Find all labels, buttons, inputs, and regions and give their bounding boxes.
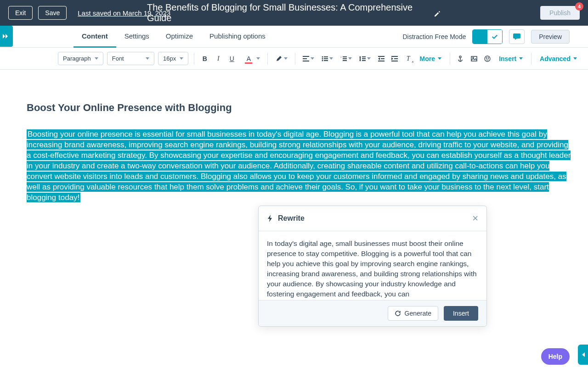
- svg-rect-10: [343, 58, 347, 59]
- svg-point-22: [459, 56, 461, 58]
- emoji-icon[interactable]: [483, 52, 492, 65]
- bullet-list-picker[interactable]: [320, 56, 335, 61]
- line-height-picker[interactable]: [357, 56, 373, 62]
- text-color-picker[interactable]: A: [240, 52, 262, 65]
- content-heading[interactable]: Boost Your Online Presence with Blogging: [27, 102, 574, 114]
- svg-rect-0: [303, 56, 309, 57]
- caret-icon: [146, 57, 149, 60]
- align-picker[interactable]: [301, 56, 316, 61]
- advanced-dropdown[interactable]: Advanced: [537, 55, 580, 62]
- pencil-icon[interactable]: [434, 9, 441, 17]
- preview-button[interactable]: Preview: [531, 30, 570, 44]
- close-icon[interactable]: ×: [472, 212, 478, 224]
- font-size-select[interactable]: 16px: [158, 52, 188, 65]
- svg-rect-17: [381, 58, 384, 59]
- insert-dropdown[interactable]: Insert: [496, 55, 526, 62]
- separator: [194, 53, 194, 65]
- svg-point-3: [322, 56, 323, 57]
- tab-publishing[interactable]: Publishing options: [201, 26, 274, 48]
- content-body[interactable]: Boosting your online presence is essenti…: [27, 129, 574, 203]
- line-height-icon: [359, 56, 366, 62]
- caret-icon: [180, 57, 183, 60]
- rewrite-header: Rewrite ×: [259, 206, 486, 231]
- bullet-list-icon: [322, 56, 328, 61]
- italic-icon[interactable]: I: [214, 52, 223, 65]
- help-button[interactable]: Help: [541, 348, 570, 365]
- side-collapse-tab[interactable]: [578, 345, 588, 365]
- separator: [531, 53, 531, 65]
- separator: [450, 53, 450, 65]
- publish-wrap: Publish 4: [540, 6, 580, 20]
- page-title: The Benefits of Blogging for Small Busin…: [147, 2, 441, 23]
- svg-rect-16: [378, 56, 384, 57]
- separator: [267, 53, 268, 65]
- caret-icon: [348, 57, 352, 60]
- svg-rect-19: [391, 56, 398, 57]
- save-button[interactable]: Save: [38, 6, 67, 20]
- publish-button[interactable]: Publish: [540, 6, 580, 20]
- sub-nav-right: Distraction Free Mode Preview: [402, 29, 570, 44]
- more-dropdown[interactable]: More: [417, 55, 444, 62]
- rewrite-popup: Rewrite × In today's digital age, small …: [258, 206, 487, 327]
- caret-icon: [438, 57, 441, 60]
- insert-button[interactable]: Insert: [444, 306, 478, 321]
- caret-icon: [311, 57, 314, 60]
- editor-toolbar: Paragraph Font 16px B I U A 1 Tx More: [0, 48, 588, 70]
- refresh-icon: [395, 310, 401, 317]
- svg-point-27: [488, 57, 489, 58]
- svg-rect-2: [303, 61, 309, 61]
- distraction-toggle[interactable]: [472, 29, 503, 44]
- svg-rect-6: [324, 58, 328, 59]
- highlight-picker[interactable]: [273, 55, 289, 62]
- svg-rect-9: [343, 56, 347, 57]
- indent-decrease-icon[interactable]: [376, 52, 386, 65]
- svg-rect-4: [324, 56, 328, 57]
- separator: [295, 53, 295, 65]
- svg-rect-13: [362, 56, 366, 57]
- tab-optimize[interactable]: Optimize: [158, 26, 201, 48]
- svg-rect-8: [324, 60, 328, 61]
- distraction-free-label: Distraction Free Mode: [402, 33, 466, 40]
- caret-icon: [573, 57, 577, 60]
- bold-icon[interactable]: B: [200, 52, 209, 65]
- expand-sidebar-tab[interactable]: [0, 26, 13, 47]
- text-color-icon: A: [242, 52, 255, 65]
- tab-content[interactable]: Content: [74, 26, 116, 48]
- caret-icon: [284, 57, 288, 60]
- svg-rect-11: [343, 60, 347, 61]
- anchor-icon[interactable]: [456, 52, 465, 65]
- rewrite-title: Rewrite: [267, 214, 305, 223]
- svg-rect-18: [378, 61, 384, 61]
- highlight-icon: [275, 55, 283, 62]
- comment-button[interactable]: [509, 29, 525, 44]
- generate-button[interactable]: Generate: [388, 306, 438, 321]
- toggle-off[interactable]: [487, 30, 502, 44]
- top-header: Exit Save Last saved on March 19, 2023 T…: [0, 0, 588, 26]
- svg-text:1: 1: [340, 56, 342, 58]
- notification-badge: 4: [575, 2, 583, 11]
- selected-text[interactable]: Boosting your online presence is essenti…: [27, 129, 571, 202]
- svg-point-7: [322, 60, 323, 61]
- tab-settings[interactable]: Settings: [116, 26, 158, 48]
- caret-icon: [519, 57, 523, 60]
- numbered-list-icon: 1: [340, 56, 347, 61]
- underline-icon[interactable]: U: [227, 52, 237, 65]
- indent-increase-icon[interactable]: [390, 52, 400, 65]
- rewrite-suggestion: In today's digital age, small businesses…: [259, 231, 486, 300]
- image-icon[interactable]: [469, 52, 479, 65]
- page-title-text: The Benefits of Blogging for Small Busin…: [147, 2, 427, 23]
- rewrite-footer: Generate Insert: [259, 300, 486, 326]
- caret-icon: [367, 57, 371, 60]
- caret-icon: [329, 57, 333, 60]
- svg-rect-1: [303, 58, 307, 59]
- exit-button[interactable]: Exit: [8, 6, 33, 20]
- toggle-on[interactable]: [473, 30, 487, 44]
- clear-formatting-icon[interactable]: Tx: [403, 52, 413, 65]
- editor-content[interactable]: Boost Your Online Presence with Blogging…: [0, 70, 588, 212]
- svg-point-25: [485, 56, 490, 61]
- svg-rect-21: [391, 61, 398, 61]
- numbered-list-picker[interactable]: 1: [339, 56, 354, 61]
- font-select[interactable]: Font: [107, 52, 154, 65]
- lightning-icon: [267, 215, 273, 222]
- paragraph-select[interactable]: Paragraph: [58, 52, 103, 65]
